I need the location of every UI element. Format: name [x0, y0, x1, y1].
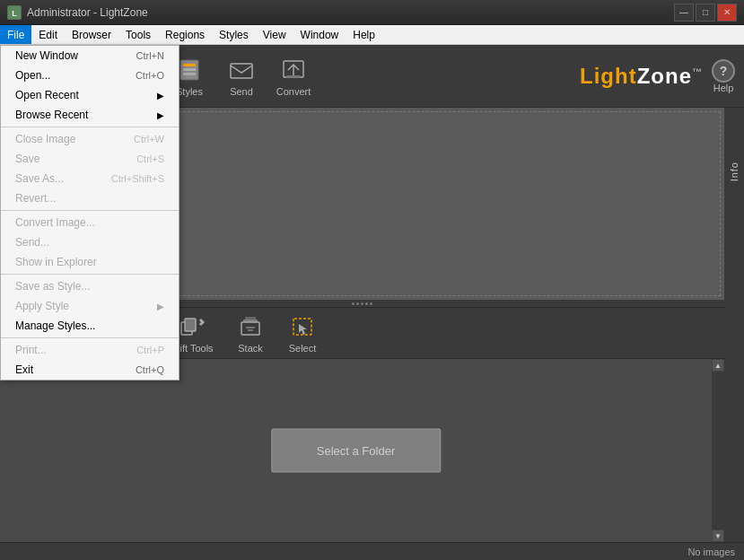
- scroll-down-button[interactable]: ▼: [712, 529, 724, 542]
- help-button[interactable]: ? Help: [712, 59, 735, 93]
- show-in-explorer-label: Show in Explorer: [15, 256, 97, 268]
- file-dropdown-menu: New Window Ctrl+N Open... Ctrl+O Open Re…: [0, 45, 179, 381]
- apply-style-label: Apply Style: [15, 300, 69, 312]
- menu-bar: File Edit Browser Tools Regions Styles V…: [0, 25, 744, 45]
- svg-rect-26: [185, 319, 196, 331]
- open-shortcut: Ctrl+O: [136, 70, 164, 81]
- select-label: Select: [289, 343, 317, 354]
- menu-close-image: Close Image Ctrl+W: [1, 129, 179, 149]
- menu-window[interactable]: Window: [293, 25, 346, 44]
- browser-scroll-area: Select a Folder ▲ ▼: [0, 359, 724, 542]
- open-recent-arrow: ▶: [157, 91, 164, 101]
- app-icon: L: [7, 5, 22, 20]
- menu-browser[interactable]: Browser: [65, 25, 118, 44]
- stack-label: Stack: [238, 343, 263, 354]
- menu-exit[interactable]: Exit Ctrl+Q: [1, 360, 179, 380]
- save-as-label: Save As...: [15, 172, 64, 185]
- lift-tools-label: Lift Tools: [174, 343, 213, 354]
- scroll-up-button[interactable]: ▲: [712, 359, 724, 372]
- save-as-style-label: Save as Style...: [15, 280, 90, 293]
- svg-rect-16: [231, 64, 252, 78]
- menu-file[interactable]: File: [0, 25, 31, 44]
- minimize-button[interactable]: —: [674, 4, 694, 22]
- app-title-area: LightZone™ ? Help: [580, 59, 735, 93]
- close-image-label: Close Image: [15, 133, 75, 145]
- svg-rect-19: [286, 75, 301, 78]
- save-as-shortcut: Ctrl+Shift+S: [111, 173, 164, 184]
- separator-2: [1, 210, 179, 211]
- lift-tools-icon: [179, 312, 208, 341]
- send-icon: [227, 56, 256, 84]
- right-info-panel: Info: [724, 108, 744, 542]
- menu-open-recent[interactable]: Open Recent ▶: [1, 85, 179, 105]
- menu-browse-recent[interactable]: Browse Recent ▶: [1, 105, 179, 125]
- menu-regions[interactable]: Regions: [158, 25, 212, 44]
- send-label: Send: [230, 86, 253, 97]
- separator-4: [1, 337, 179, 338]
- window-controls: — □ ✕: [674, 4, 737, 22]
- browser-area: Select a Folder: [0, 359, 712, 542]
- menu-help[interactable]: Help: [346, 25, 382, 44]
- menu-new-window[interactable]: New Window Ctrl+N: [1, 46, 179, 66]
- print-label: Print...: [15, 344, 47, 356]
- open-label: Open...: [15, 69, 50, 82]
- exit-label: Exit: [15, 363, 33, 376]
- revert-label: Revert...: [15, 192, 56, 205]
- exit-shortcut: Ctrl+Q: [136, 364, 164, 375]
- stack-button[interactable]: Stack: [226, 307, 275, 359]
- new-window-shortcut: Ctrl+N: [136, 50, 164, 61]
- convert-image-label: Convert Image...: [15, 216, 95, 229]
- select-icon: [288, 312, 317, 341]
- menu-save: Save Ctrl+S: [1, 149, 179, 169]
- styles-label: Styles: [176, 86, 203, 97]
- close-button[interactable]: ✕: [717, 4, 737, 22]
- separator-1: [1, 127, 179, 127]
- svg-rect-13: [183, 64, 196, 66]
- svg-rect-15: [183, 73, 196, 75]
- browser-scrollbar: ▲ ▼: [712, 359, 724, 542]
- svg-rect-28: [243, 319, 258, 322]
- menu-view[interactable]: View: [256, 25, 293, 44]
- select-folder-button[interactable]: Select a Folder: [271, 429, 441, 473]
- select-button[interactable]: Select: [278, 307, 327, 359]
- menu-tools[interactable]: Tools: [118, 25, 158, 44]
- help-label: Help: [713, 83, 734, 93]
- toolbar-convert-button[interactable]: Convert: [269, 50, 318, 102]
- menu-manage-styles[interactable]: Manage Styles...: [1, 316, 179, 336]
- app-logo: LightZone™: [580, 64, 703, 89]
- maximize-button[interactable]: □: [696, 4, 715, 22]
- menu-convert-image: Convert Image...: [1, 213, 179, 232]
- toolbar-send-button[interactable]: Send: [217, 50, 266, 102]
- print-shortcut: Ctrl+P: [136, 345, 164, 355]
- apply-style-arrow: ▶: [157, 302, 164, 311]
- new-window-label: New Window: [15, 49, 78, 62]
- save-label: Save: [15, 153, 39, 165]
- resize-dots: [352, 302, 372, 305]
- convert-icon: [279, 56, 308, 84]
- scroll-track[interactable]: [712, 372, 724, 529]
- menu-save-as: Save As... Ctrl+Shift+S: [1, 169, 179, 188]
- menu-styles[interactable]: Styles: [212, 25, 256, 44]
- svg-rect-27: [241, 322, 259, 335]
- status-text: No images: [687, 547, 735, 557]
- menu-edit[interactable]: Edit: [31, 25, 65, 44]
- separator-3: [1, 274, 179, 275]
- help-icon: ?: [712, 59, 735, 83]
- menu-print: Print... Ctrl+P: [1, 340, 179, 360]
- send-label: Send...: [15, 236, 49, 249]
- menu-apply-style: Apply Style ▶: [1, 296, 179, 316]
- menu-open[interactable]: Open... Ctrl+O: [1, 66, 179, 85]
- menu-send: Send...: [1, 232, 179, 252]
- menu-show-in-explorer: Show in Explorer: [1, 252, 179, 272]
- status-bar: No images: [0, 542, 744, 560]
- info-label: Info: [729, 162, 740, 181]
- browse-recent-arrow: ▶: [157, 110, 164, 120]
- window-title: Administrator - LightZone: [27, 6, 674, 19]
- menu-revert: Revert...: [1, 188, 179, 208]
- svg-rect-29: [245, 317, 256, 319]
- menu-save-as-style: Save as Style...: [1, 276, 179, 296]
- save-shortcut: Ctrl+S: [136, 153, 164, 164]
- svg-rect-14: [183, 68, 196, 71]
- svg-text:L: L: [12, 9, 17, 18]
- manage-styles-label: Manage Styles...: [15, 319, 95, 332]
